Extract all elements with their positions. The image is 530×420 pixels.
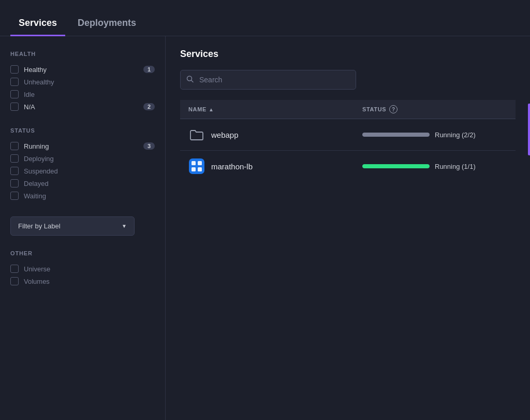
tab-services[interactable]: Services <box>10 11 65 36</box>
checkbox-waiting[interactable] <box>10 192 19 200</box>
filter-idle[interactable]: Idle <box>10 88 155 100</box>
scroll-accent <box>528 104 530 155</box>
filter-unhealthy[interactable]: Unhealthy <box>10 76 155 88</box>
svg-rect-3 <box>192 161 196 165</box>
label-waiting: Waiting <box>24 192 155 200</box>
filter-waiting[interactable]: Waiting <box>10 190 155 202</box>
checkbox-na[interactable] <box>10 103 19 111</box>
filter-volumes[interactable]: Volumes <box>10 275 155 287</box>
main-layout: HEALTH Healthy 1 Unhealthy Idle <box>0 36 530 420</box>
badge-healthy: 1 <box>143 66 155 73</box>
label-running: Running <box>24 142 143 150</box>
main-content: Services NAME ▲ STATUS ? <box>166 36 530 420</box>
badge-na: 2 <box>143 103 155 110</box>
folder-icon <box>188 126 205 143</box>
service-name-cell: marathon-lb <box>188 158 362 175</box>
badge-running: 3 <box>143 142 155 150</box>
checkbox-running[interactable] <box>10 142 19 150</box>
filter-deploying[interactable]: Deploying <box>10 152 155 165</box>
other-filter-group: OTHER Universe Volumes <box>10 250 155 287</box>
filter-healthy[interactable]: Healthy 1 <box>10 63 155 76</box>
checkbox-unhealthy[interactable] <box>10 78 19 86</box>
label-idle: Idle <box>24 91 155 98</box>
filter-by-label-button[interactable]: Filter by Label ▼ <box>10 216 135 236</box>
chevron-down-icon: ▼ <box>122 223 127 229</box>
checkbox-healthy[interactable] <box>10 65 19 74</box>
service-name: webapp <box>211 131 239 139</box>
status-text-webapp: Running (2/2) <box>435 131 476 139</box>
table-header: NAME ▲ STATUS ? <box>180 100 516 119</box>
progress-bar-marathon <box>362 164 430 168</box>
progress-fill-webapp <box>362 133 430 137</box>
progress-bar-webapp <box>362 133 430 137</box>
checkbox-suspended[interactable] <box>10 167 19 175</box>
col-status-header: STATUS ? <box>362 105 507 113</box>
health-section-title: HEALTH <box>10 51 155 57</box>
page-title: Services <box>180 49 516 60</box>
checkbox-delayed[interactable] <box>10 179 19 187</box>
svg-rect-6 <box>198 167 202 171</box>
checkbox-volumes[interactable] <box>10 277 19 285</box>
progress-fill-marathon <box>362 164 430 168</box>
health-filter-group: HEALTH Healthy 1 Unhealthy Idle <box>10 51 155 113</box>
svg-line-1 <box>192 80 194 82</box>
label-deploying: Deploying <box>24 155 155 163</box>
label-healthy: Healthy <box>24 66 143 74</box>
filter-delayed[interactable]: Delayed <box>10 177 155 190</box>
other-section-title: OTHER <box>10 250 155 256</box>
table-row[interactable]: marathon-lb Running (1/1) <box>180 151 516 182</box>
checkbox-deploying[interactable] <box>10 154 19 163</box>
service-name: marathon-lb <box>211 162 253 171</box>
filter-label-text: Filter by Label <box>18 222 61 230</box>
services-table: NAME ▲ STATUS ? webapp <box>180 100 516 182</box>
checkbox-idle[interactable] <box>10 90 19 98</box>
filter-na[interactable]: N/A 2 <box>10 100 155 113</box>
status-text-marathon: Running (1/1) <box>435 163 476 170</box>
svg-rect-4 <box>198 161 202 165</box>
status-section-title: STATUS <box>10 127 155 134</box>
status-filter-group: STATUS Running 3 Deploying Suspended <box>10 127 155 202</box>
col-name-label: NAME <box>188 106 207 112</box>
marathon-icon <box>188 158 205 175</box>
sidebar: HEALTH Healthy 1 Unhealthy Idle <box>0 36 166 420</box>
filter-universe[interactable]: Universe <box>10 263 155 275</box>
service-name-cell: webapp <box>188 126 362 143</box>
label-unhealthy: Unhealthy <box>24 78 155 86</box>
label-na: N/A <box>24 103 143 111</box>
search-icon <box>186 76 194 84</box>
search-container <box>180 70 356 90</box>
label-volumes: Volumes <box>24 278 155 285</box>
service-status-cell: Running (1/1) <box>362 163 507 170</box>
label-delayed: Delayed <box>24 180 155 187</box>
table-row[interactable]: webapp Running (2/2) <box>180 119 516 151</box>
col-name-header: NAME ▲ <box>188 105 362 113</box>
tab-deployments[interactable]: Deployments <box>69 11 144 36</box>
col-status-label: STATUS <box>362 106 386 112</box>
service-status-cell: Running (2/2) <box>362 131 507 139</box>
svg-rect-5 <box>192 167 196 171</box>
sort-asc-icon[interactable]: ▲ <box>209 107 214 112</box>
svg-rect-2 <box>189 158 204 174</box>
search-input[interactable] <box>180 70 356 90</box>
help-icon[interactable]: ? <box>389 105 398 113</box>
label-suspended: Suspended <box>24 167 155 175</box>
top-nav: Services Deployments <box>0 0 530 36</box>
filter-running[interactable]: Running 3 <box>10 140 155 152</box>
checkbox-universe[interactable] <box>10 265 19 273</box>
label-universe: Universe <box>24 265 155 273</box>
filter-suspended[interactable]: Suspended <box>10 165 155 177</box>
